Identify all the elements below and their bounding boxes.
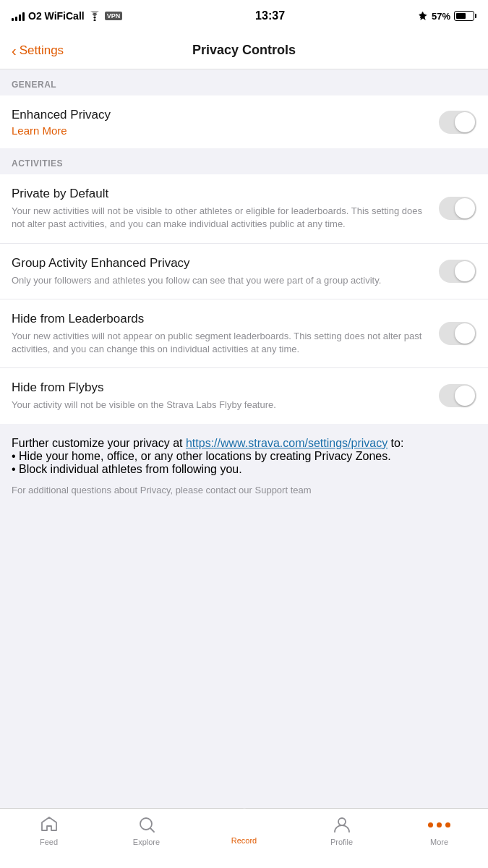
group-activity-row: Group Activity Enhanced Privacy Only you… [0,244,488,299]
signal-bars [12,11,25,21]
private-by-default-toggle[interactable] [439,197,476,220]
group-activity-content: Group Activity Enhanced Privacy Only you… [12,255,439,287]
battery-icon [454,11,476,21]
profile-label: Profile [330,838,353,846]
private-by-default-row: Private by Default Your new activities w… [0,174,488,243]
page-title: Privacy Controls [192,43,296,58]
status-bar: O2 WiFiCall VPN 13:37 57% [0,0,488,32]
feed-icon [39,814,59,835]
bullet-2: • [12,463,19,475]
battery-percentage: 57% [432,11,450,22]
hide-flybys-desc: Your activity will not be visible on the… [12,399,427,412]
info-suffix: to: [388,437,403,449]
tab-bar: Feed Explore Record Profile [0,808,488,868]
bullet-2-text: Block individual athletes from following… [19,463,242,475]
hide-leaderboards-row: Hide from Leaderboards Your new activiti… [0,299,488,368]
group-activity-toggle[interactable] [439,260,476,283]
enhanced-privacy-content: Enhanced Privacy Learn More [12,107,439,137]
hide-leaderboards-content: Hide from Leaderboards Your new activiti… [12,311,439,356]
wifi-icon [88,11,101,21]
content-area: GENERAL Enhanced Privacy Learn More ACTI… [0,69,488,564]
tab-profile[interactable]: Profile [293,814,390,846]
hide-flybys-row: Hide from Flybys Your activity will not … [0,368,488,423]
info-prefix: Further customize your privacy at [12,437,186,449]
bullet-1: • [12,450,19,462]
learn-more-link[interactable]: Learn More [12,124,427,137]
feed-label: Feed [40,838,58,846]
private-by-default-title: Private by Default [12,186,427,202]
svg-point-4 [239,814,249,824]
back-chevron-icon: ‹ [12,43,17,58]
hide-flybys-title: Hide from Flybys [12,380,427,396]
privacy-link[interactable]: https://www.strava.com/settings/privacy [186,437,388,449]
hide-leaderboards-toggle[interactable] [439,322,476,345]
explore-icon [137,814,157,835]
info-text: Further customize your privacy at https:… [12,437,476,476]
more-icon [429,814,450,835]
enhanced-privacy-row: Enhanced Privacy Learn More [0,95,488,148]
carrier-label: O2 WiFiCall [28,10,85,22]
toggle-knob [455,112,475,132]
group-activity-desc: Only your followers and athletes you fol… [12,274,427,287]
status-left: O2 WiFiCall VPN [12,10,122,22]
nav-header: ‹ Settings Privacy Controls [0,32,488,69]
enhanced-privacy-title: Enhanced Privacy [12,107,427,123]
hide-flybys-toggle[interactable] [439,384,476,407]
tab-feed[interactable]: Feed [0,814,98,846]
record-label: Record [231,836,257,845]
svg-line-2 [150,828,154,832]
hide-leaderboards-desc: Your new activities will not appear on p… [12,330,427,356]
hide-flybys-content: Hide from Flybys Your activity will not … [12,380,439,412]
tab-more[interactable]: More [390,814,488,846]
svg-point-0 [93,20,95,22]
info-box: Further customize your privacy at https:… [0,424,488,504]
section-header-general: GENERAL [0,69,488,95]
bullet-1-text: Hide your home, office, or any other loc… [19,450,391,462]
svg-point-5 [338,818,346,825]
info-bottom-text: For additional questions about Privacy, … [12,485,476,495]
back-label: Settings [20,43,64,58]
group-activity-title: Group Activity Enhanced Privacy [12,255,427,271]
vpn-badge: VPN [105,12,123,20]
more-label: More [430,838,448,846]
status-right: 57% [418,11,476,22]
hide-leaderboards-title: Hide from Leaderboards [12,311,427,327]
location-icon [418,11,428,21]
tab-explore[interactable]: Explore [98,814,195,846]
tab-record[interactable]: Record [195,807,293,845]
record-icon-bg [233,807,256,833]
profile-icon [332,814,352,835]
record-icon [233,807,256,830]
private-by-default-content: Private by Default Your new activities w… [12,186,439,231]
general-section: Enhanced Privacy Learn More [0,95,488,148]
back-button[interactable]: ‹ Settings [12,43,64,58]
explore-label: Explore [133,838,160,846]
section-header-activities: ACTIVITIES [0,148,488,174]
private-by-default-desc: Your new activities will not be visible … [12,205,427,231]
enhanced-privacy-toggle[interactable] [439,111,476,134]
activities-section: Private by Default Your new activities w… [0,174,488,424]
status-time: 13:37 [255,9,285,22]
